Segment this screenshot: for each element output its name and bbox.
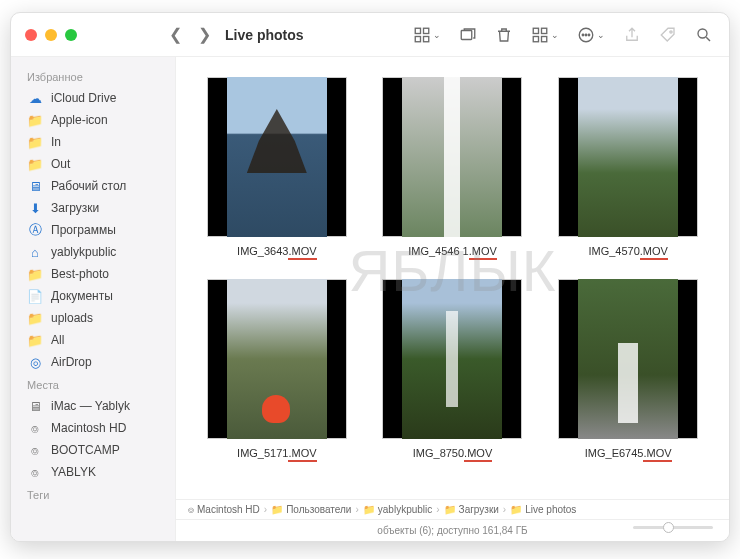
svg-point-12 [588,34,590,36]
file-name: IMG_5171.MOV [237,447,317,459]
file-item[interactable]: IMG_3643.MOV [204,77,350,257]
sidebar-item-label: uploads [51,311,93,325]
file-thumbnail [382,279,522,439]
breadcrumb[interactable]: 📁yablykpublic [363,504,432,515]
status-bar: объекты (6); доступно 161,84 ГБ [176,519,729,541]
sidebar-item[interactable]: 📄Документы [15,285,171,307]
file-item[interactable]: IMG_5171.MOV [204,279,350,459]
file-thumbnail [382,77,522,237]
zoom-slider[interactable] [633,526,713,529]
sidebar-item[interactable]: ⌾BOOTCAMP [15,439,171,461]
sidebar-item[interactable]: 🖥Рабочий стол [15,175,171,197]
airdrop-icon: ◎ [27,354,43,370]
sidebar-item[interactable]: ☁︎iCloud Drive [15,87,171,109]
cloud-icon: ☁︎ [27,90,43,106]
sidebar-item[interactable]: ⌾YABLYK [15,461,171,483]
sidebar-item-label: Out [51,157,70,171]
svg-point-13 [670,30,672,32]
disk-icon: ⌾ [27,442,43,458]
share-icon[interactable] [623,26,641,44]
breadcrumb[interactable]: 📁Загрузки [444,504,499,515]
sidebar-item-label: Загрузки [51,201,99,215]
sidebar-item[interactable]: 🖥iMac — Yablyk [15,395,171,417]
svg-point-11 [585,34,587,36]
trash-icon[interactable] [495,26,513,44]
view-icon-grid[interactable]: ⌄ [413,26,441,44]
sidebar-section-label: Места [15,373,171,395]
file-item[interactable]: IMG_4570.MOV [555,77,701,257]
svg-rect-2 [415,36,420,41]
svg-rect-4 [461,30,472,39]
sidebar-item[interactable]: 📁All [15,329,171,351]
folder-icon: 📁 [271,504,283,515]
download-icon: ⬇︎ [27,200,43,216]
action-menu-icon[interactable]: ⌄ [577,26,605,44]
sidebar-item[interactable]: ⌂yablykpublic [15,241,171,263]
file-name: IMG_3643.MOV [237,245,317,257]
file-thumbnail [558,279,698,439]
disk-icon: ⌾ [27,420,43,436]
desktop-icon: 🖥 [27,178,43,194]
sidebar-item[interactable]: 📁uploads [15,307,171,329]
folder-icon: 📁 [27,266,43,282]
status-text: объекты (6); доступно 161,84 ГБ [377,525,527,536]
file-name: IMG_E6745.MOV [585,447,672,459]
folder-icon: 📁 [27,112,43,128]
back-button[interactable]: ❮ [161,21,190,48]
breadcrumb[interactable]: 📁Live photos [510,504,576,515]
file-name: IMG_4546 1.MOV [408,245,497,257]
sidebar-item[interactable]: 📁Out [15,153,171,175]
file-item[interactable]: IMG_E6745.MOV [555,279,701,459]
sidebar-item[interactable]: 📁Apple-icon [15,109,171,131]
arrange-icon[interactable]: ⌄ [531,26,559,44]
folder-icon: 📁 [510,504,522,515]
sidebar-item-label: BOOTCAMP [51,443,120,457]
svg-rect-5 [533,28,538,33]
home-icon: ⌂ [27,244,43,260]
monitor-icon: 🖥 [27,398,43,414]
toolbar: ❮ ❯ Live photos ⌄ ⌄ ⌄ [11,13,729,57]
minimize-window[interactable] [45,29,57,41]
search-icon[interactable] [695,26,713,44]
window-controls [11,29,161,41]
sidebar-item-label: iMac — Yablyk [51,399,130,413]
sidebar-item[interactable]: 📁Best-photo [15,263,171,285]
file-thumbnail [558,77,698,237]
sidebar-item[interactable]: 📁In [15,131,171,153]
file-name: IMG_4570.MOV [588,245,668,257]
sidebar-item[interactable]: ⒶПрограммы [15,219,171,241]
svg-rect-3 [424,36,429,41]
file-grid: IMG_3643.MOVIMG_4546 1.MOVIMG_4570.MOVIM… [176,57,729,499]
window-title: Live photos [225,27,304,43]
breadcrumb[interactable]: 📁Пользователи [271,504,351,515]
sidebar-item[interactable]: ⬇︎Загрузки [15,197,171,219]
sidebar-item-label: Best-photo [51,267,109,281]
sidebar-item[interactable]: ⌾Macintosh HD [15,417,171,439]
close-window[interactable] [25,29,37,41]
breadcrumb[interactable]: ⌾Macintosh HD [188,504,260,515]
sidebar-section-label: Теги [15,483,171,505]
path-bar: ⌾Macintosh HD›📁Пользователи›📁yablykpubli… [176,499,729,519]
svg-rect-1 [424,28,429,33]
tags-icon[interactable] [659,26,677,44]
content-area: ЯБЛЫК IMG_3643.MOVIMG_4546 1.MOVIMG_4570… [176,57,729,541]
file-item[interactable]: IMG_8750.MOV [380,279,526,459]
sidebar-item-label: Документы [51,289,113,303]
forward-button[interactable]: ❯ [190,21,219,48]
sidebar-item[interactable]: ◎AirDrop [15,351,171,373]
folder-icon: 📁 [27,332,43,348]
svg-point-14 [698,29,707,38]
folder-icon: ⌾ [188,504,194,515]
finder-window: ❮ ❯ Live photos ⌄ ⌄ ⌄ [10,12,730,542]
sidebar-item-label: Рабочий стол [51,179,126,193]
svg-rect-8 [542,36,547,41]
group-icon[interactable] [459,26,477,44]
folder-icon: 📁 [27,134,43,150]
file-item[interactable]: IMG_4546 1.MOV [380,77,526,257]
sidebar-item-label: yablykpublic [51,245,116,259]
file-thumbnail [207,279,347,439]
sidebar-item-label: YABLYK [51,465,96,479]
zoom-window[interactable] [65,29,77,41]
sidebar-item-label: All [51,333,64,347]
apps-icon: Ⓐ [27,222,43,238]
